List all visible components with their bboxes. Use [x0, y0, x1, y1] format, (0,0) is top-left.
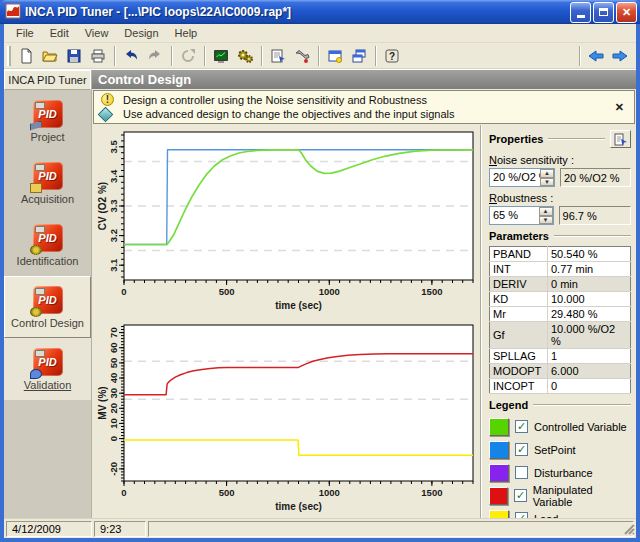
redo-button[interactable] [143, 45, 167, 68]
menu-help[interactable]: Help [167, 25, 206, 41]
group-rule [548, 138, 605, 140]
svg-text:10: 10 [108, 418, 119, 429]
minimize-button[interactable] [570, 2, 591, 23]
legend-label: SetPoint [534, 444, 576, 456]
sidebar-item-acquisition[interactable]: PIDAcquisition [4, 152, 91, 214]
parameter-value[interactable]: 0 [548, 379, 631, 394]
menu-edit[interactable]: Edit [42, 25, 77, 41]
svg-text:0: 0 [121, 487, 126, 498]
checkbox-unchecked[interactable] [515, 466, 528, 479]
toolbar-separator [579, 46, 580, 66]
main-area: INCA PID Tuner PIDProjectPIDAcquisitionP… [4, 70, 636, 518]
color-swatch[interactable] [489, 418, 509, 436]
close-button[interactable]: ✕ [616, 2, 637, 23]
robustness-input[interactable]: 65 % ▲ ▼ [489, 206, 554, 225]
color-swatch[interactable] [489, 487, 508, 505]
info-bar: ! Design a controller using the Noise se… [93, 90, 635, 124]
save-icon [66, 48, 82, 64]
toolbar-separator [114, 46, 115, 66]
robustness-value: 65 % [490, 207, 539, 224]
robustness-actual: 96.7 % [559, 206, 631, 225]
parameter-value[interactable]: 50.540 % [548, 247, 631, 262]
checkbox-checked[interactable]: ✓ [514, 489, 527, 502]
color-swatch[interactable] [489, 441, 509, 459]
cv-chart: 0 500 1000 1500 3.1 3.2 3.3 3.4 3.5time … [94, 126, 478, 316]
robustness-down-icon[interactable]: ▼ [539, 216, 553, 225]
save-button[interactable] [62, 45, 86, 68]
title-bar[interactable]: INCA PID Tuner - [...\PIC loops\22AIC000… [0, 0, 640, 24]
info-close-icon[interactable]: ✕ [610, 101, 629, 114]
parameter-value[interactable]: 10.000 [548, 292, 631, 307]
checkbox-checked[interactable]: ✓ [515, 443, 528, 456]
sidebar-item-project[interactable]: PIDProject [4, 90, 91, 152]
back-button[interactable] [584, 45, 608, 68]
sidebar-item-control-design[interactable]: PIDControl Design [4, 276, 91, 338]
status-date: 4/12/2009 [6, 521, 92, 537]
menu-file[interactable]: File [8, 25, 42, 41]
parameter-value[interactable]: 29.480 % [548, 307, 631, 322]
open-button[interactable] [38, 45, 62, 68]
resize-grip[interactable] [622, 522, 635, 537]
toolbar-separator [171, 46, 172, 66]
parameter-name: INCOPT [490, 379, 548, 394]
parameter-value[interactable]: 6.000 [548, 364, 631, 379]
robustness-up-icon[interactable]: ▲ [539, 207, 553, 216]
toolbar-grip[interactable] [7, 46, 11, 66]
checkbox-checked[interactable]: ✓ [515, 420, 528, 433]
svg-text:60: 60 [108, 342, 119, 353]
svg-text:time (sec): time (sec) [275, 501, 322, 512]
reset-button[interactable] [176, 45, 200, 68]
menu-bar: FileEditViewDesignHelp [4, 24, 636, 43]
cascade-button[interactable] [347, 45, 371, 68]
parameter-name: Gf [490, 322, 548, 349]
monitor-button[interactable] [209, 45, 233, 68]
toolbar-separator [204, 46, 205, 66]
parameter-name: Mr [490, 307, 548, 322]
menu-view[interactable]: View [77, 25, 117, 41]
print-button[interactable] [86, 45, 110, 68]
parameters-table: PBAND50.540 %INT0.77 minDERIV0 minKD10.0… [489, 246, 631, 394]
gears-button[interactable] [233, 45, 257, 68]
forward-button[interactable] [608, 45, 632, 68]
svg-text:0: 0 [108, 436, 119, 441]
svg-text:500: 500 [219, 286, 235, 297]
svg-text:3.2: 3.2 [108, 229, 119, 242]
gear-icon [30, 245, 42, 255]
toolbar-separator [318, 46, 319, 66]
properties-title: Properties [489, 133, 543, 145]
open-icon [42, 48, 58, 64]
legend-label: Manipulated Variable [533, 484, 631, 508]
undo-button[interactable] [119, 45, 143, 68]
parameter-value[interactable]: 0 min [548, 277, 631, 292]
svg-text:?: ? [389, 51, 395, 62]
noise-down-icon[interactable]: ▼ [540, 178, 554, 187]
info-line-2: Use advanced design to change the object… [123, 107, 604, 121]
parameter-name: DERIV [490, 277, 548, 292]
properties-button[interactable] [266, 45, 290, 68]
new-button[interactable] [14, 45, 38, 68]
color-swatch[interactable] [489, 464, 509, 482]
tools-button[interactable] [290, 45, 314, 68]
sidebar-item-validation[interactable]: PIDValidation [4, 338, 91, 400]
right-panel: Properties Noise sensitivity : 20 %/O2 %… [480, 125, 636, 518]
sidebar-item-label: Identification [17, 255, 79, 267]
status-time: 9:23 [94, 521, 146, 537]
noise-sensitivity-input[interactable]: 20 %/O2 % ▲ ▼ [489, 168, 555, 187]
window-button[interactable] [323, 45, 347, 68]
parameter-row: KD10.000 [490, 292, 631, 307]
menu-design[interactable]: Design [116, 25, 166, 41]
pid-icon: PID [33, 162, 63, 190]
sidebar-item-label: Project [30, 131, 64, 143]
properties-sheet-button[interactable] [610, 130, 631, 148]
sidebar-item-identification[interactable]: PIDIdentification [4, 214, 91, 276]
help-button[interactable]: ? [380, 45, 404, 68]
maximize-button[interactable] [593, 2, 614, 23]
parameter-value[interactable]: 0.77 min [548, 262, 631, 277]
legend-item-controlled-variable: ✓Controlled Variable [489, 415, 631, 438]
parameter-value[interactable]: 10.000 %/O2 % [548, 322, 631, 349]
noise-up-icon[interactable]: ▲ [540, 169, 554, 178]
folder-icon [30, 183, 42, 193]
parameter-value[interactable]: 1 [548, 349, 631, 364]
print-icon [90, 48, 106, 64]
noise-sensitivity-actual: 20 %/O2 % [560, 168, 631, 187]
